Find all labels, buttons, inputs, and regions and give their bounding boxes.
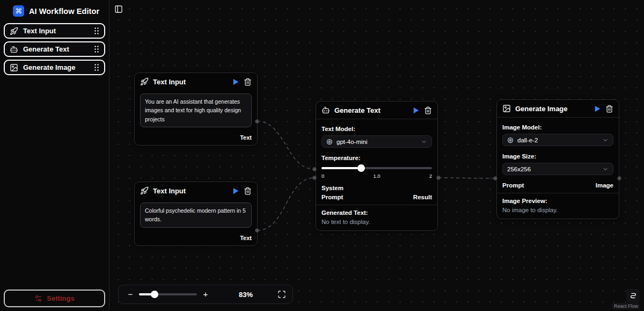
sliders-icon xyxy=(34,294,42,302)
image-preview-section: Image Preview: No image to display. xyxy=(497,193,619,219)
text-model-value: gpt-4o-mini xyxy=(336,139,417,145)
image-icon xyxy=(502,104,511,113)
text-model-select[interactable]: gpt-4o-mini xyxy=(321,135,432,148)
sidebar-item-generate-image[interactable]: Generate Image xyxy=(4,60,105,75)
scale-mid: 1.0 xyxy=(373,173,380,179)
node-header[interactable]: Text Input xyxy=(135,73,257,90)
zoom-slider[interactable] xyxy=(139,291,197,298)
image-preview-label: Image Preview: xyxy=(502,198,613,204)
handle-text2-output[interactable] xyxy=(255,228,259,233)
node-body: You are an AI assistant that generates i… xyxy=(135,90,257,132)
node-title: Generate Image xyxy=(515,105,589,113)
node-body: Image Model: dall-e-2 Image Size: 256x25… xyxy=(497,118,619,193)
generated-text-label: Generated Text: xyxy=(321,209,432,216)
handle-image-output[interactable] xyxy=(617,176,621,180)
app-title: AI Workflow Editor xyxy=(29,7,99,16)
node-header[interactable]: Text Input xyxy=(135,182,257,199)
grip-icon[interactable] xyxy=(94,45,99,53)
sidebar-item-label: Generate Image xyxy=(23,63,89,71)
input-handle-label-system: System xyxy=(321,185,343,191)
node-header[interactable]: Generate Image xyxy=(497,100,619,118)
image-icon xyxy=(10,63,18,72)
run-node-button[interactable] xyxy=(231,187,239,195)
image-size-label: Image Size: xyxy=(502,153,613,160)
output-handle-label-result: Result xyxy=(413,194,432,200)
node-title: Text Input xyxy=(153,187,227,195)
input-handle-label-prompt: Prompt xyxy=(502,182,524,189)
image-model-value: dall-e-2 xyxy=(517,137,598,143)
text-model-label: Text Model: xyxy=(321,126,432,132)
bot-icon xyxy=(10,45,18,54)
input-handle-label-prompt: Prompt xyxy=(321,194,343,200)
zoom-out-button[interactable]: − xyxy=(125,289,136,300)
node-body: Text Model: gpt-4o-mini Temperature: 0 1… xyxy=(316,119,437,205)
scale-max: 2 xyxy=(429,173,432,179)
temperature-slider[interactable] xyxy=(321,164,432,172)
slider-thumb[interactable] xyxy=(151,291,158,298)
node-text-input-1[interactable]: Text Input You are an AI assistant that … xyxy=(134,73,258,146)
chevron-down-icon xyxy=(602,166,609,172)
grip-icon[interactable] xyxy=(94,27,99,35)
text-input-textarea[interactable]: Colorful psychedelic modern pattern in 5… xyxy=(140,202,252,228)
handle-image-prompt-input[interactable] xyxy=(493,176,497,180)
delete-node-button[interactable] xyxy=(424,106,432,114)
slider-fill xyxy=(321,167,361,169)
generated-text-section: Generated Text: No text to display. xyxy=(316,205,437,230)
delete-node-button[interactable] xyxy=(244,187,252,195)
handle-prompt-input[interactable] xyxy=(312,176,317,180)
rocket-icon xyxy=(140,186,149,195)
settings-label: Settings xyxy=(47,294,74,302)
node-header[interactable]: Generate Text xyxy=(316,102,437,119)
zoom-controls-bar: − + 83% xyxy=(118,285,293,304)
sidebar-item-label: Text Input xyxy=(23,27,89,35)
output-handle-label: Text xyxy=(240,134,252,141)
openai-icon xyxy=(507,137,514,143)
zoom-in-button[interactable]: + xyxy=(200,289,211,300)
chevron-down-icon xyxy=(602,137,609,143)
run-node-button[interactable] xyxy=(412,106,420,114)
node-title: Text Input xyxy=(153,78,227,86)
openai-icon xyxy=(326,139,333,145)
temperature-scale: 0 1.0 2 xyxy=(321,173,432,179)
settings-button[interactable]: Settings xyxy=(4,290,105,307)
handle-text1-output[interactable] xyxy=(255,119,259,124)
sidebar-item-generate-text[interactable]: Generate Text xyxy=(4,41,105,57)
rocket-icon xyxy=(10,27,18,35)
react-flow-label: React Flow xyxy=(612,303,640,309)
node-generate-text[interactable]: Generate Text Text Model: gpt-4o-mini Te… xyxy=(316,101,438,231)
slider-thumb[interactable] xyxy=(357,164,365,172)
text-input-textarea[interactable]: You are an AI assistant that generates i… xyxy=(140,93,252,127)
node-generate-image[interactable]: Generate Image Image Model: dall-e-2 Ima… xyxy=(496,99,619,219)
image-model-select[interactable]: dall-e-2 xyxy=(502,134,613,146)
delete-node-button[interactable] xyxy=(605,105,613,113)
grip-icon[interactable] xyxy=(94,63,99,71)
scale-min: 0 xyxy=(321,173,324,179)
image-size-select[interactable]: 256x256 xyxy=(502,163,613,175)
bot-icon xyxy=(321,106,330,114)
delete-node-button[interactable] xyxy=(244,78,252,86)
run-node-button[interactable] xyxy=(593,105,601,113)
output-handle-label-image: Image xyxy=(596,182,613,189)
generated-text-empty: No text to display. xyxy=(321,219,432,225)
sidebar: ⌘ AI Workflow Editor Text Input Generate… xyxy=(0,0,109,311)
image-size-value: 256x256 xyxy=(507,166,598,172)
rocket-icon xyxy=(140,77,149,86)
sidebar-item-text-input[interactable]: Text Input xyxy=(4,23,105,39)
sidebar-item-label: Generate Text xyxy=(23,45,89,53)
zoom-percentage: 83% xyxy=(239,291,253,299)
handle-system-input[interactable] xyxy=(312,167,317,171)
output-handle-label: Text xyxy=(240,235,252,241)
panel-left-toggle-icon[interactable] xyxy=(114,5,123,13)
react-flow-attribution: React Flow xyxy=(612,289,640,309)
handle-result-output[interactable] xyxy=(436,176,441,180)
fit-view-icon[interactable] xyxy=(277,290,286,299)
node-title: Generate Text xyxy=(334,106,407,114)
temperature-label: Temperature: xyxy=(321,155,432,161)
sidebar-header: ⌘ AI Workflow Editor xyxy=(0,0,109,23)
chevron-down-icon xyxy=(421,139,427,145)
node-text-input-2[interactable]: Text Input Colorful psychedelic modern p… xyxy=(134,182,258,246)
image-model-label: Image Model: xyxy=(502,124,613,131)
run-node-button[interactable] xyxy=(231,78,239,86)
command-icon: ⌘ xyxy=(13,5,24,17)
react-flow-logo-icon[interactable] xyxy=(626,289,640,302)
